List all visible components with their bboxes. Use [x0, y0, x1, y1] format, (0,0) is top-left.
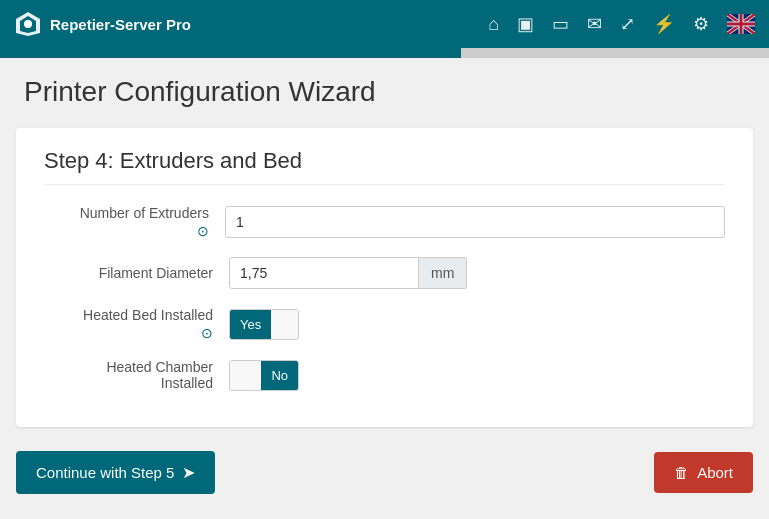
- mail-icon[interactable]: ✉: [587, 13, 602, 35]
- wizard-card: Step 4: Extruders and Bed Number of Extr…: [16, 128, 753, 427]
- footer: Continue with Step 5 ➤ 🗑 Abort: [0, 437, 769, 508]
- continue-button[interactable]: Continue with Step 5 ➤: [16, 451, 215, 494]
- brand: Repetier-Server Pro: [14, 10, 191, 38]
- progress-bar-container: [0, 48, 769, 58]
- heated-chamber-toggle: No: [229, 360, 299, 391]
- gear-icon[interactable]: ⚙: [693, 13, 709, 35]
- extruders-info-icon[interactable]: ⊙: [197, 223, 209, 239]
- abort-label: Abort: [697, 464, 733, 481]
- filament-input[interactable]: [229, 257, 419, 289]
- continue-label: Continue with Step 5: [36, 464, 174, 481]
- language-flag[interactable]: [727, 14, 755, 34]
- step-title: Step 4: Extruders and Bed: [44, 148, 725, 185]
- continue-arrow-icon: ➤: [182, 463, 195, 482]
- filament-row: Filament Diameter mm: [44, 257, 725, 289]
- heated-bed-yes-btn[interactable]: Yes: [230, 310, 271, 339]
- brand-logo: [14, 10, 42, 38]
- heated-chamber-row: Heated ChamberInstalled No: [44, 359, 725, 391]
- extruders-label-group: Number of Extruders ⊙: [44, 205, 225, 239]
- heated-bed-no-btn[interactable]: [271, 310, 298, 339]
- filament-label: Filament Diameter: [44, 264, 229, 282]
- extruders-input[interactable]: [225, 206, 725, 238]
- heated-bed-label: Heated Bed Installed: [83, 307, 213, 323]
- filament-unit: mm: [419, 257, 467, 289]
- extruders-row: Number of Extruders ⊙: [44, 205, 725, 239]
- page-title: Printer Configuration Wizard: [24, 76, 745, 108]
- filament-input-group: mm: [229, 257, 467, 289]
- heated-bed-label-group: Heated Bed Installed ⊙: [44, 307, 229, 341]
- heated-bed-row: Heated Bed Installed ⊙ Yes: [44, 307, 725, 341]
- extruders-label: Number of Extruders: [80, 205, 209, 221]
- heated-chamber-label: Heated ChamberInstalled: [106, 359, 213, 391]
- svg-point-2: [24, 20, 32, 28]
- progress-fill: [0, 48, 461, 58]
- heated-chamber-yes-btn[interactable]: [230, 361, 261, 390]
- save-icon[interactable]: ▣: [517, 13, 534, 35]
- fullscreen-icon[interactable]: ⤢: [620, 13, 635, 35]
- brand-title: Repetier-Server Pro: [50, 16, 191, 33]
- navbar: Repetier-Server Pro ⌂ ▣ ▭ ✉ ⤢ ⚡ ⚙: [0, 0, 769, 48]
- heated-bed-toggle: Yes: [229, 309, 299, 340]
- heated-bed-info-icon[interactable]: ⊙: [201, 325, 213, 341]
- nav-icons: ⌂ ▣ ▭ ✉ ⤢ ⚡ ⚙: [488, 13, 755, 35]
- trash-icon: 🗑: [674, 464, 689, 481]
- page-title-area: Printer Configuration Wizard: [0, 58, 769, 118]
- heated-chamber-no-btn[interactable]: No: [261, 361, 298, 390]
- home-icon[interactable]: ⌂: [488, 14, 499, 35]
- monitor-icon[interactable]: ▭: [552, 13, 569, 35]
- bolt-icon[interactable]: ⚡: [653, 13, 675, 35]
- heated-chamber-label-group: Heated ChamberInstalled: [44, 359, 229, 391]
- abort-button[interactable]: 🗑 Abort: [654, 452, 753, 493]
